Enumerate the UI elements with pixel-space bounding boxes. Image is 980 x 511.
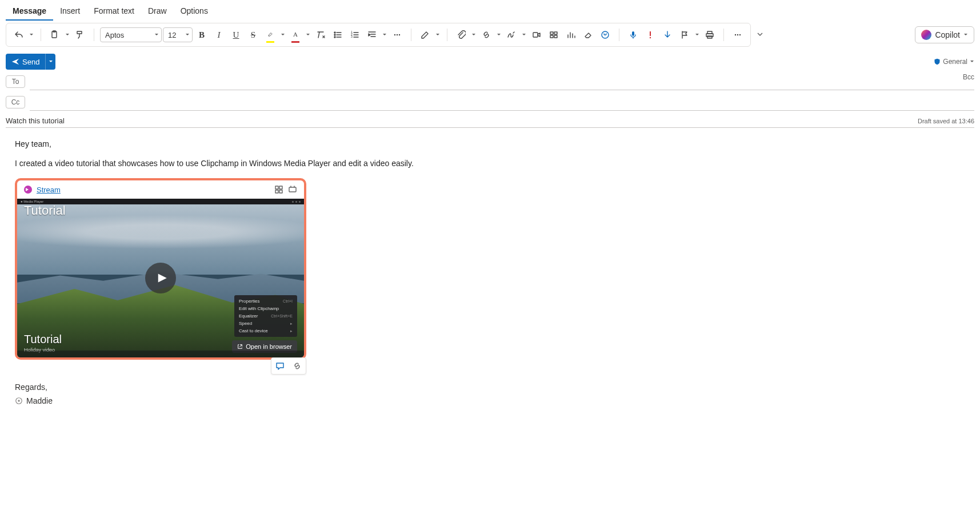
svg-rect-12	[550, 32, 553, 34]
underline-button[interactable]: U	[228, 27, 244, 43]
to-button[interactable]: To	[6, 75, 25, 88]
subject-input[interactable]	[6, 116, 918, 125]
bold-button[interactable]: B	[194, 27, 210, 43]
tab-options[interactable]: Options	[174, 2, 215, 21]
signature-regards: Regards,	[15, 383, 974, 392]
tab-draw[interactable]: Draw	[141, 2, 174, 21]
draft-status: Draft saved at 13:46	[918, 118, 974, 124]
video-thumbnail[interactable]: ● Media Player Tutorial PropertiesCtrl+I…	[17, 199, 304, 357]
to-input[interactable]	[30, 73, 974, 90]
dictate-button[interactable]	[625, 27, 641, 43]
attach-dropdown[interactable]	[470, 27, 477, 43]
bcc-toggle[interactable]: Bcc	[963, 73, 974, 81]
svg-point-2	[334, 32, 335, 33]
flag-button[interactable]	[677, 27, 693, 43]
loop-button[interactable]	[546, 27, 562, 43]
numbering-button[interactable]: 123	[347, 27, 363, 43]
svg-point-4	[334, 37, 335, 38]
svg-rect-26	[279, 186, 282, 189]
font-size-select[interactable]: 12	[163, 27, 193, 42]
send-label: Send	[22, 58, 39, 66]
font-color-dropdown[interactable]	[305, 27, 311, 43]
ribbon: Aptos 12 B I U S A 123	[6, 23, 751, 47]
card-expand-icon[interactable]	[288, 185, 297, 194]
send-icon	[11, 58, 19, 66]
format-painter-button[interactable]	[72, 27, 88, 43]
svg-text:3: 3	[351, 35, 353, 38]
svg-point-9	[397, 34, 398, 35]
italic-button[interactable]: I	[211, 27, 227, 43]
svg-rect-29	[289, 187, 296, 192]
svg-point-22	[735, 34, 736, 35]
eraser-button[interactable]	[580, 27, 596, 43]
highlight-dropdown[interactable]	[279, 27, 286, 43]
paste-button[interactable]	[47, 27, 63, 43]
video-context-menu: PropertiesCtrl+I Edit with Clipchamp Equ…	[234, 295, 297, 337]
paste-dropdown[interactable]	[64, 27, 71, 43]
stream-logo-icon	[24, 186, 32, 194]
signature-dropdown[interactable]	[521, 27, 527, 43]
card-comment-button[interactable]	[271, 358, 289, 374]
styles-button[interactable]	[417, 27, 433, 43]
bullets-button[interactable]	[330, 27, 346, 43]
indent-dropdown[interactable]	[381, 27, 388, 43]
strikethrough-button[interactable]: S	[245, 27, 261, 43]
ribbon-expand-button[interactable]	[754, 29, 766, 42]
font-name-select[interactable]: Aptos	[100, 27, 162, 42]
send-button[interactable]: Send	[6, 54, 45, 70]
open-in-browser-label: Open in browser	[246, 343, 292, 350]
chevron-down-icon	[154, 33, 159, 37]
more-commands-button[interactable]	[730, 27, 746, 43]
play-button[interactable]	[145, 263, 176, 293]
importance-high-button[interactable]	[642, 27, 658, 43]
send-dropdown[interactable]	[45, 54, 55, 70]
svg-rect-28	[279, 190, 282, 193]
more-formatting-button[interactable]	[389, 27, 405, 43]
font-size-value: 12	[168, 31, 176, 39]
sensitivity-selector[interactable]: General	[934, 58, 974, 66]
copilot-button[interactable]: Copilot	[915, 26, 974, 43]
cc-input[interactable]	[30, 94, 974, 111]
compose-tabs: Message Insert Format text Draw Options	[0, 0, 980, 21]
highlight-button[interactable]	[262, 27, 278, 43]
flag-dropdown[interactable]	[694, 27, 701, 43]
chevron-down-icon	[185, 33, 190, 37]
stream-video-card[interactable]: Stream ● Media Player Tutorial	[15, 178, 306, 360]
copilot-icon	[921, 30, 931, 40]
viva-button[interactable]	[597, 27, 613, 43]
link-button[interactable]	[478, 27, 494, 43]
tab-insert[interactable]: Insert	[53, 2, 87, 21]
tab-format-text[interactable]: Format text	[87, 2, 141, 21]
email-body[interactable]: Hey team, I created a video tutorial tha…	[0, 128, 980, 411]
clear-formatting-button[interactable]	[313, 27, 329, 43]
chevron-down-icon	[970, 59, 974, 64]
svg-rect-21	[707, 36, 712, 38]
undo-dropdown[interactable]	[28, 27, 35, 43]
tab-message[interactable]: Message	[6, 2, 53, 21]
link-dropdown[interactable]	[495, 27, 502, 43]
svg-rect-11	[533, 33, 538, 37]
signature-name: Maddie	[26, 396, 53, 405]
card-link-button[interactable]	[289, 358, 306, 374]
cc-button[interactable]: Cc	[6, 96, 25, 108]
importance-low-button[interactable]	[659, 27, 675, 43]
stream-source-link[interactable]: Stream	[37, 186, 61, 194]
svg-point-23	[737, 34, 738, 35]
svg-point-10	[399, 34, 400, 35]
card-grid-icon[interactable]	[274, 185, 283, 194]
svg-point-8	[394, 34, 395, 35]
record-button[interactable]	[529, 27, 545, 43]
poll-button[interactable]	[563, 27, 579, 43]
print-button[interactable]	[702, 27, 718, 43]
video-title-top: Tutorial	[24, 203, 66, 218]
external-link-icon	[237, 344, 243, 349]
body-line-1: I created a video tutorial that showcase…	[15, 159, 974, 168]
undo-button[interactable]	[11, 27, 27, 43]
styles-dropdown[interactable]	[434, 27, 441, 43]
font-color-button[interactable]: A	[287, 27, 303, 43]
card-inline-controls	[271, 357, 306, 375]
shield-icon	[934, 58, 941, 65]
attach-button[interactable]	[453, 27, 469, 43]
indent-button[interactable]	[364, 27, 380, 43]
signature-button[interactable]	[503, 27, 519, 43]
